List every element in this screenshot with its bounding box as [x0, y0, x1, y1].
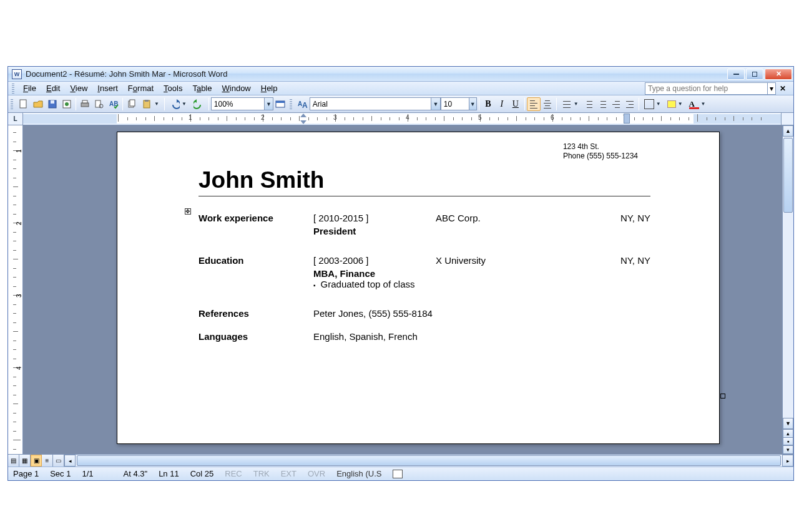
menu-view[interactable]: View: [65, 82, 92, 94]
bold-button[interactable]: B: [481, 97, 495, 111]
menu-format[interactable]: Format: [123, 82, 159, 94]
status-at[interactable]: At 4.3": [124, 469, 148, 478]
scroll-thumb[interactable]: [783, 138, 793, 213]
print-layout-view-button[interactable]: ▣: [31, 455, 42, 467]
section-label[interactable]: Education: [199, 255, 298, 266]
help-search-box[interactable]: ▾: [645, 82, 776, 95]
section-label[interactable]: Languages: [199, 331, 298, 342]
status-page[interactable]: Page 1: [13, 469, 39, 478]
print-button[interactable]: [78, 97, 92, 111]
edu-dates[interactable]: [ 2003-2006 ]: [313, 255, 436, 266]
work-dates[interactable]: [ 2010-2015 ]: [313, 213, 436, 223]
help-search-input[interactable]: [645, 84, 767, 93]
menu-insert[interactable]: Insert: [92, 82, 123, 94]
toolbar-grip[interactable]: [11, 99, 13, 109]
close-doc-button[interactable]: ✕: [776, 84, 790, 93]
section-label[interactable]: References: [199, 308, 298, 319]
status-language[interactable]: English (U.S: [336, 469, 381, 478]
normal-view-button[interactable]: ▤: [8, 455, 19, 467]
status-rec[interactable]: REC: [225, 469, 242, 478]
status-trk[interactable]: TRK: [253, 469, 270, 478]
new-doc-button[interactable]: [17, 97, 31, 111]
status-col[interactable]: Col 25: [190, 469, 214, 478]
status-section[interactable]: Sec 1: [50, 469, 71, 478]
scroll-right-button[interactable]: ▸: [782, 455, 793, 467]
line-spacing-button[interactable]: ▼: [559, 97, 582, 111]
outline-view-button[interactable]: ≡: [42, 455, 53, 467]
align-left-button[interactable]: [527, 97, 541, 111]
contact-address[interactable]: 123 4th St.: [563, 142, 638, 152]
underline-button[interactable]: U: [509, 97, 522, 111]
border-button[interactable]: ▼: [641, 97, 664, 111]
hscroll-track[interactable]: [76, 455, 782, 467]
font-input[interactable]: [310, 100, 431, 109]
menu-file[interactable]: File: [18, 82, 41, 94]
minimize-button[interactable]: [727, 69, 745, 80]
undo-button[interactable]: ▼: [167, 97, 190, 111]
languages-value[interactable]: English, Spanish, French: [313, 331, 650, 342]
page-canvas[interactable]: 123 4th St. Phone (555) 555-1234 John Sm…: [23, 125, 782, 454]
first-line-indent-marker[interactable]: [300, 114, 306, 117]
zoom-input[interactable]: [212, 100, 264, 109]
preview-button[interactable]: [92, 97, 106, 111]
hscroll-thumb[interactable]: [77, 455, 781, 466]
prev-page-button[interactable]: ▴: [783, 429, 793, 438]
font-combo[interactable]: ▼: [310, 97, 441, 110]
contact-phone[interactable]: Phone (555) 555-1234: [563, 152, 638, 161]
section-work[interactable]: Work experience [ 2010-2015 ] ABC Corp. …: [199, 213, 650, 236]
permission-button[interactable]: [60, 97, 74, 111]
next-page-button[interactable]: ▾: [783, 445, 793, 454]
vertical-scrollbar[interactable]: ▲ ▼ ▴ ● ▾: [782, 125, 793, 454]
right-margin-marker[interactable]: [624, 114, 630, 123]
hanging-indent-marker[interactable]: [300, 120, 306, 124]
paste-button[interactable]: ▼: [139, 97, 162, 111]
spellcheck-status-icon[interactable]: [393, 470, 403, 478]
horizontal-scrollbar[interactable]: ◂ ▸: [64, 455, 793, 467]
save-button[interactable]: [46, 97, 59, 111]
status-ext[interactable]: EXT: [281, 469, 297, 478]
bullet-list-button[interactable]: [596, 97, 609, 111]
status-pages[interactable]: 1/1: [82, 469, 93, 478]
section-education[interactable]: Education [ 2003-2006 ] X University NY,…: [199, 255, 650, 289]
edu-location[interactable]: NY, NY: [620, 255, 650, 266]
scroll-track[interactable]: [783, 137, 793, 418]
copy-button[interactable]: [125, 97, 139, 111]
help-search-dropdown[interactable]: ▾: [767, 83, 775, 94]
font-color-button[interactable]: A▼: [686, 97, 709, 111]
vertical-ruler[interactable]: 1234: [8, 125, 23, 454]
reading-view-button[interactable]: ▭: [53, 455, 64, 467]
menu-window[interactable]: Window: [217, 82, 256, 94]
work-title[interactable]: President: [313, 226, 650, 236]
status-line[interactable]: Ln 11: [159, 469, 179, 478]
scroll-up-button[interactable]: ▲: [783, 125, 793, 137]
toolbar-grip[interactable]: [290, 99, 292, 109]
italic-button[interactable]: I: [495, 97, 509, 111]
status-ovr[interactable]: OVR: [308, 469, 325, 478]
spellcheck-button[interactable]: AB: [107, 97, 120, 111]
work-company[interactable]: ABC Corp.: [436, 213, 604, 223]
increase-indent-button[interactable]: [623, 97, 637, 111]
menu-table[interactable]: Table: [187, 82, 217, 94]
section-references[interactable]: References Peter Jones, (555) 555-8184: [199, 308, 650, 319]
align-center-button[interactable]: [541, 97, 554, 111]
web-view-button[interactable]: ▦: [19, 455, 31, 467]
resume-name[interactable]: John Smith: [199, 167, 650, 193]
font-dropdown[interactable]: ▼: [431, 98, 440, 110]
edu-degree[interactable]: MBA, Finance: [313, 268, 650, 279]
contact-block[interactable]: 123 4th St. Phone (555) 555-1234: [563, 142, 638, 161]
size-input[interactable]: [441, 100, 469, 109]
edu-bullet[interactable]: Graduated top of class: [313, 279, 650, 289]
styles-pane-button[interactable]: AA: [296, 97, 310, 111]
scroll-left-button[interactable]: ◂: [64, 455, 76, 467]
edu-school[interactable]: X University: [436, 255, 604, 266]
browse-object-button[interactable]: ●: [783, 438, 793, 445]
zoom-dropdown[interactable]: ▼: [264, 98, 273, 110]
work-location[interactable]: NY, NY: [620, 213, 650, 223]
numbered-list-button[interactable]: [582, 97, 596, 111]
references-value[interactable]: Peter Jones, (555) 555-8184: [313, 308, 650, 319]
section-label[interactable]: Work experience: [199, 213, 298, 223]
page[interactable]: 123 4th St. Phone (555) 555-1234 John Sm…: [117, 132, 720, 444]
menu-tools[interactable]: Tools: [159, 82, 187, 94]
toolbar-grip[interactable]: [12, 84, 14, 94]
maximize-button[interactable]: [746, 69, 763, 80]
